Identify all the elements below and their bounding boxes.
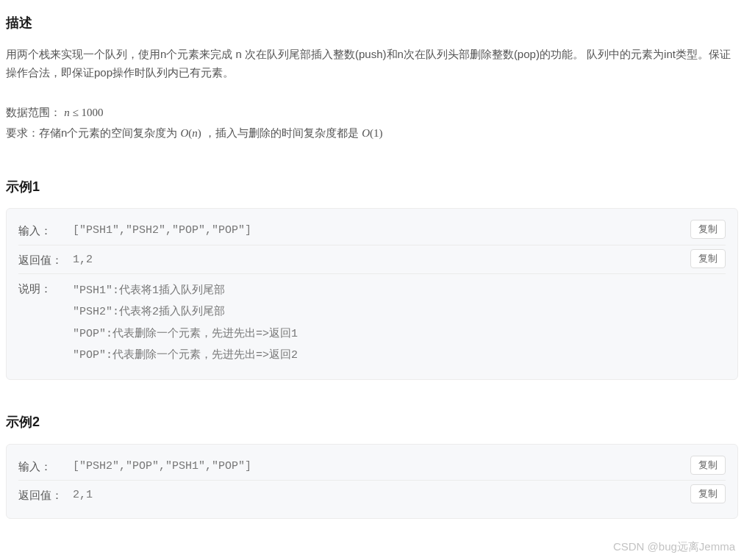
example1-return-row: 返回值： 1,2 复制 xyxy=(18,245,726,274)
label-return: 返回值： xyxy=(18,250,73,270)
req-prefix: 要求：存储n个元素的空间复杂度为 xyxy=(6,126,181,139)
range-math: n ≤ 1000 xyxy=(64,107,103,118)
example2-input-value: ["PSH2","POP","PSH1","POP"] xyxy=(73,456,726,476)
copy-button[interactable]: 复制 xyxy=(690,220,726,239)
example2-input-row: 输入： ["PSH2","POP","PSH1","POP"] 复制 xyxy=(18,452,726,481)
req-o1: O(1) xyxy=(362,127,382,139)
label-input: 输入： xyxy=(18,456,73,476)
copy-button[interactable]: 复制 xyxy=(690,456,726,475)
example1-box: 输入： ["PSH1","PSH2","POP","POP"] 复制 返回值： … xyxy=(6,208,738,380)
req-mid: ，插入与删除的时间复杂度都是 xyxy=(204,126,362,139)
explain-line: "PSH2":代表将2插入队列尾部 xyxy=(73,301,726,323)
example2-return-value: 2,1 xyxy=(73,485,726,505)
example1-input-value: ["PSH1","PSH2","POP","POP"] xyxy=(73,220,726,240)
heading-example1: 示例1 xyxy=(6,176,738,198)
label-explain: 说明： xyxy=(18,279,73,298)
example1-explain-row: 说明： "PSH1":代表将1插入队列尾部 "PSH2":代表将2插入队列尾部 … xyxy=(18,273,726,370)
explain-line: "PSH1":代表将1插入队列尾部 xyxy=(73,280,726,301)
constraint-range: 数据范围： n ≤ 1000 xyxy=(6,103,738,123)
explain-line: "POP":代表删除一个元素，先进先出=>返回1 xyxy=(73,323,726,345)
example1-explain-lines: "PSH1":代表将1插入队列尾部 "PSH2":代表将2插入队列尾部 "POP… xyxy=(73,279,726,366)
label-return: 返回值： xyxy=(18,485,73,505)
range-prefix: 数据范围： xyxy=(6,106,64,118)
example2-return-row: 返回值： 2,1 复制 xyxy=(18,480,726,509)
example1-return-value: 1,2 xyxy=(73,250,726,270)
heading-description: 描述 xyxy=(6,12,738,35)
copy-button[interactable]: 复制 xyxy=(690,249,726,268)
req-on: O(n) xyxy=(181,127,201,139)
heading-example2: 示例2 xyxy=(6,411,738,434)
example1-input-row: 输入： ["PSH1","PSH2","POP","POP"] 复制 xyxy=(18,216,726,245)
explain-line: "POP":代表删除一个元素，先进先出=>返回2 xyxy=(73,345,726,366)
description-text: 用两个栈来实现一个队列，使用n个元素来完成 n 次在队列尾部插入整数(push)… xyxy=(6,45,738,82)
constraint-requirement: 要求：存储n个元素的空间复杂度为 O(n) ，插入与删除的时间复杂度都是 O(1… xyxy=(6,123,738,143)
example2-box: 输入： ["PSH2","POP","PSH1","POP"] 复制 返回值： … xyxy=(6,444,738,519)
copy-button[interactable]: 复制 xyxy=(690,484,726,503)
label-input: 输入： xyxy=(18,220,73,240)
